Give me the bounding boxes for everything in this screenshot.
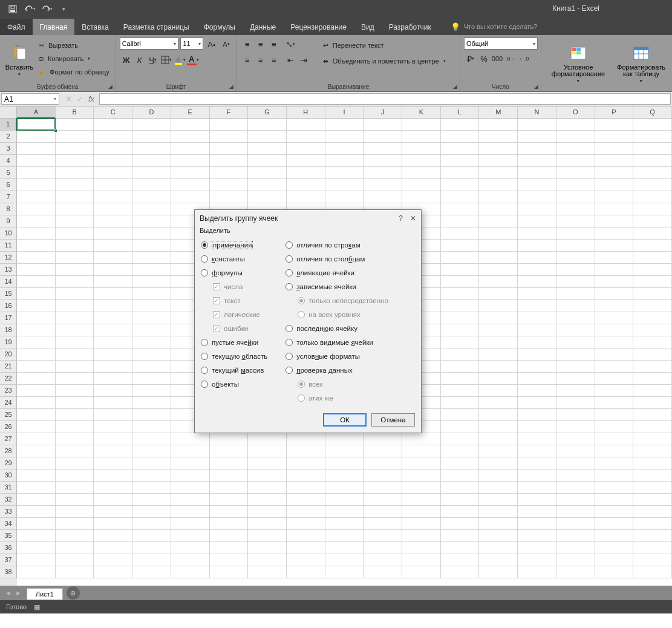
cell[interactable] — [94, 179, 132, 191]
cell[interactable] — [402, 167, 441, 179]
cell[interactable] — [479, 421, 518, 433]
cell[interactable] — [479, 482, 518, 494]
cell[interactable] — [17, 227, 56, 240]
cell[interactable] — [518, 288, 556, 300]
sheet-next-icon[interactable]: ► — [15, 589, 22, 597]
cell[interactable] — [17, 457, 56, 469]
cell[interactable] — [171, 542, 210, 554]
cell[interactable] — [633, 348, 672, 361]
cell[interactable] — [171, 566, 210, 578]
cell[interactable] — [56, 421, 94, 433]
cell[interactable] — [556, 227, 595, 240]
cell[interactable] — [441, 409, 480, 421]
cell[interactable] — [287, 542, 325, 554]
cell[interactable] — [441, 530, 480, 542]
cell[interactable] — [633, 421, 672, 433]
cell[interactable] — [248, 554, 287, 566]
cell[interactable] — [595, 542, 634, 554]
cell[interactable] — [518, 312, 556, 324]
font-size-combo[interactable]: 11▾ — [180, 38, 203, 50]
cell[interactable] — [518, 191, 556, 203]
cell[interactable] — [441, 421, 480, 433]
cell[interactable] — [325, 518, 364, 530]
sheet-tab-1[interactable]: Лист1 — [27, 588, 63, 600]
cell[interactable] — [441, 240, 480, 252]
cell[interactable] — [556, 155, 595, 167]
number-format-combo[interactable]: Общий▾ — [464, 38, 538, 50]
row-header-10[interactable]: 10 — [0, 227, 17, 240]
cell[interactable] — [56, 300, 94, 312]
cell[interactable] — [56, 530, 94, 542]
cell[interactable] — [17, 554, 56, 566]
cell[interactable] — [56, 361, 94, 373]
cell[interactable] — [248, 433, 287, 445]
cell[interactable] — [556, 445, 595, 457]
row-header-27[interactable]: 27 — [0, 433, 17, 445]
cell[interactable] — [633, 469, 672, 482]
borders-button[interactable]: ▾ — [160, 53, 173, 67]
cell[interactable] — [364, 119, 402, 131]
cell[interactable] — [595, 167, 634, 179]
cell[interactable] — [364, 131, 402, 143]
cell[interactable] — [210, 131, 249, 143]
row-header-2[interactable]: 2 — [0, 131, 17, 143]
cell[interactable] — [210, 518, 249, 530]
cell[interactable] — [364, 530, 402, 542]
cell[interactable] — [556, 215, 595, 227]
cell[interactable] — [518, 276, 556, 288]
row-header-5[interactable]: 5 — [0, 167, 17, 179]
cell[interactable] — [479, 385, 518, 397]
cell[interactable] — [248, 506, 287, 518]
cell[interactable] — [17, 324, 56, 336]
cut-button[interactable]: ✂ Вырезать — [38, 39, 111, 52]
cell[interactable] — [556, 554, 595, 566]
ok-button[interactable]: ОК — [323, 413, 367, 427]
cell[interactable] — [441, 336, 480, 348]
tab-insert[interactable]: Вставка — [74, 18, 116, 35]
increase-indent-icon[interactable]: ⇥ — [298, 53, 311, 67]
cell[interactable] — [556, 506, 595, 518]
cell[interactable] — [518, 530, 556, 542]
cell[interactable] — [479, 397, 518, 409]
cell[interactable] — [518, 542, 556, 554]
cell[interactable] — [287, 457, 325, 469]
format-painter-button[interactable]: 🖌 Формат по образцу — [38, 65, 111, 79]
cell[interactable] — [132, 191, 171, 203]
cell[interactable] — [441, 167, 480, 179]
cell[interactable] — [132, 240, 171, 252]
cell[interactable] — [441, 518, 480, 530]
cell[interactable] — [479, 554, 518, 566]
align-right-icon[interactable]: ≡ — [267, 53, 281, 67]
column-header-G[interactable]: G — [248, 106, 287, 119]
cell[interactable] — [248, 119, 287, 131]
cell[interactable] — [633, 361, 672, 373]
cell[interactable] — [171, 433, 210, 445]
cell[interactable] — [17, 312, 56, 324]
row-header-6[interactable]: 6 — [0, 179, 17, 191]
cell[interactable] — [94, 397, 132, 409]
cell[interactable] — [402, 457, 441, 469]
accounting-format-icon[interactable]: ₽▾ — [464, 52, 477, 65]
cell[interactable] — [441, 288, 480, 300]
cell[interactable] — [595, 506, 634, 518]
conditional-formatting-button[interactable]: Условное форматирование▾ — [545, 38, 612, 89]
cell[interactable] — [633, 119, 672, 131]
cell[interactable] — [17, 143, 56, 155]
column-header-Q[interactable]: Q — [633, 106, 672, 119]
cell[interactable] — [56, 288, 94, 300]
cell[interactable] — [633, 215, 672, 227]
cell[interactable] — [210, 506, 249, 518]
cell[interactable] — [364, 457, 402, 469]
column-header-J[interactable]: J — [364, 106, 402, 119]
cell[interactable] — [17, 276, 56, 288]
cell[interactable] — [479, 131, 518, 143]
row-header-23[interactable]: 23 — [0, 385, 17, 397]
cell[interactable] — [633, 494, 672, 506]
cell[interactable] — [441, 264, 480, 276]
format-as-table-button[interactable]: Форматировать как таблицу▾ — [614, 38, 668, 89]
cell[interactable] — [56, 348, 94, 361]
cell[interactable] — [441, 445, 480, 457]
cell[interactable] — [56, 409, 94, 421]
cell[interactable] — [56, 397, 94, 409]
cell[interactable] — [56, 179, 94, 191]
